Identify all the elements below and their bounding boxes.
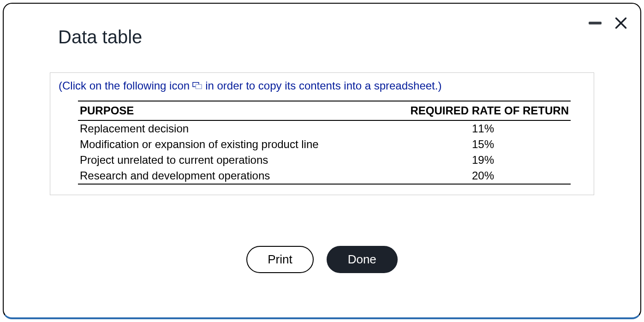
cell-rate: 19%	[395, 152, 571, 168]
data-table: PURPOSE REQUIRED RATE OF RETURN Replacem…	[78, 101, 571, 185]
header-rate: REQUIRED RATE OF RETURN	[395, 101, 571, 120]
cell-rate: 15%	[395, 137, 571, 152]
button-row: Print Done	[4, 246, 640, 273]
cell-rate: 11%	[395, 120, 571, 137]
copy-to-spreadsheet-icon[interactable]	[192, 82, 203, 90]
window-controls	[589, 17, 627, 30]
dialog-title: Data table	[4, 4, 640, 48]
cell-rate: 20%	[395, 168, 571, 184]
table-row: Modification or expansion of existing pr…	[78, 137, 571, 152]
print-button[interactable]: Print	[246, 246, 313, 273]
cell-purpose: Modification or expansion of existing pr…	[78, 137, 395, 152]
cell-purpose: Research and development operations	[78, 168, 395, 184]
cell-purpose: Project unrelated to current operations	[78, 152, 395, 168]
table-row: Project unrelated to current operations …	[78, 152, 571, 168]
header-purpose: PURPOSE	[78, 101, 395, 120]
table-row: Research and development operations 20%	[78, 168, 571, 184]
data-table-dialog: Data table (Click on the following icon …	[3, 3, 641, 319]
svg-rect-3	[196, 84, 202, 89]
table-header-row: PURPOSE REQUIRED RATE OF RETURN	[78, 101, 571, 120]
content-box: (Click on the following icon in order to…	[50, 72, 594, 195]
instruction-text-after: in order to copy its contents into a spr…	[205, 79, 441, 92]
instruction-text-before: (Click on the following icon	[59, 79, 190, 92]
done-button[interactable]: Done	[327, 246, 398, 273]
copy-instruction: (Click on the following icon in order to…	[59, 79, 585, 92]
table-row: Replacement decision 11%	[78, 120, 571, 137]
close-icon[interactable]	[614, 17, 627, 30]
cell-purpose: Replacement decision	[78, 120, 395, 137]
minimize-icon[interactable]	[589, 22, 602, 24]
